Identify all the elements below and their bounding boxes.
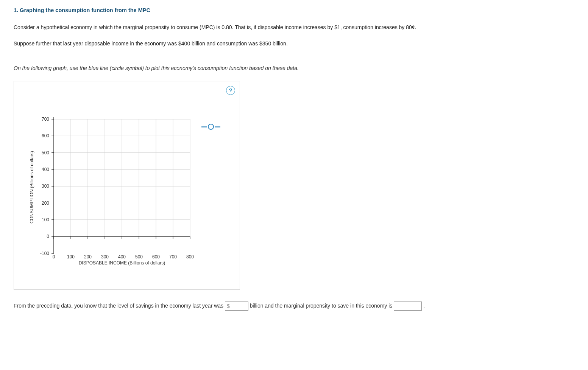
help-button[interactable]: ? <box>226 86 235 95</box>
consumption-function-tool[interactable] <box>201 124 220 130</box>
svg-text:0: 0 <box>53 254 55 260</box>
grid-vertical <box>71 119 190 236</box>
question-text-end: . <box>423 303 425 309</box>
line-segment-icon <box>215 126 220 127</box>
svg-text:200: 200 <box>42 200 49 205</box>
x-ticks <box>54 236 190 239</box>
help-icon: ? <box>229 85 232 95</box>
line-segment-icon <box>201 126 207 127</box>
savings-input-wrap: $ <box>225 302 248 311</box>
svg-text:600: 600 <box>152 254 160 260</box>
svg-text:700: 700 <box>42 117 49 122</box>
svg-text:100: 100 <box>67 254 75 260</box>
svg-text:200: 200 <box>84 254 92 260</box>
svg-text:0: 0 <box>47 234 49 239</box>
question-text-pre: From the preceding data, you know that t… <box>14 303 225 309</box>
circle-point-icon <box>208 124 214 130</box>
mps-input[interactable] <box>394 302 422 311</box>
svg-text:300: 300 <box>101 254 109 260</box>
graph-panel: ? <box>14 81 240 290</box>
currency-symbol: $ <box>227 303 230 309</box>
svg-text:-100: -100 <box>40 251 49 256</box>
savings-input[interactable] <box>230 302 246 310</box>
graph-instruction: On the following graph, use the blue lin… <box>14 64 580 73</box>
y-ticks <box>51 119 54 253</box>
svg-text:400: 400 <box>42 167 49 172</box>
x-tick-labels: 0 100 200 300 400 500 600 700 800 <box>53 254 194 260</box>
svg-text:100: 100 <box>42 217 49 222</box>
x-axis-label: DISPOSABLE INCOME (Billions of dollars) <box>79 260 165 266</box>
svg-text:500: 500 <box>135 254 143 260</box>
question-text-mid: billion and the marginal propensity to s… <box>250 303 394 309</box>
svg-text:500: 500 <box>42 150 49 155</box>
svg-text:300: 300 <box>42 183 49 189</box>
svg-text:800: 800 <box>186 254 194 260</box>
paragraph-1: Consider a hypothetical economy in which… <box>14 23 580 32</box>
svg-text:400: 400 <box>118 254 126 260</box>
chart-svg[interactable]: 700 600 500 400 300 200 100 0 -100 0 100… <box>54 119 190 253</box>
y-tick-labels: 700 600 500 400 300 200 100 0 -100 <box>40 117 49 256</box>
fill-in-question: From the preceding data, you know that t… <box>14 300 580 311</box>
svg-text:700: 700 <box>169 254 177 260</box>
y-axis-label: CONSUMPTION (Billions of dollars) <box>29 151 34 223</box>
question-title: 1. Graphing the consumption function fro… <box>14 0 580 18</box>
svg-text:600: 600 <box>42 133 49 138</box>
paragraph-2: Suppose further that last year disposabl… <box>14 39 580 48</box>
